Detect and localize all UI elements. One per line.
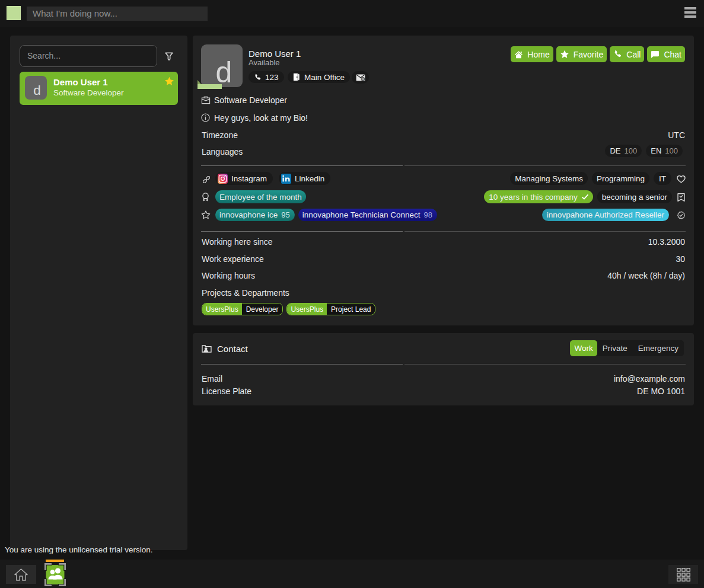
svg-text:@: @ <box>361 77 364 81</box>
